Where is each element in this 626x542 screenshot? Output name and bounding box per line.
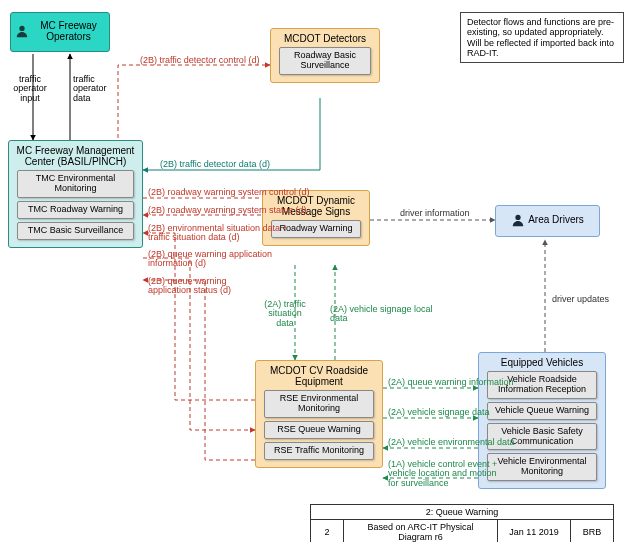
note-text: Detector flows and functions are pre-exi… <box>467 17 614 58</box>
footer-by: BRB <box>571 520 614 543</box>
lbl-det-ctrl: (2B) traffic detector control (d) <box>140 56 259 65</box>
node-center: MC Freeway Management Center (BASIL/PINC… <box>8 140 143 248</box>
lbl-drv-info: driver information <box>400 209 470 218</box>
center-sub-1: TMC Roadway Warning <box>17 201 134 219</box>
lbl-env-sit: (2B) environmental situation data + traf… <box>148 224 308 243</box>
node-vehicles-title: Equipped Vehicles <box>483 357 601 368</box>
footer-num: 2 <box>311 520 344 543</box>
svg-point-10 <box>19 26 24 31</box>
footer-date: Jan 11 2019 <box>498 520 571 543</box>
center-sub-2: TMC Basic Surveillance <box>17 222 134 240</box>
footer-table: 2: Queue Warning 2 Based on ARC-IT Physi… <box>310 504 614 542</box>
lbl-tsd: (2A) traffic situation data <box>260 300 310 328</box>
lbl-sig-data: (2A) vehicle signage data <box>388 408 490 417</box>
footer-basis: Based on ARC-IT Physical Diagram r6 <box>344 520 498 543</box>
node-detectors-title: MCDOT Detectors <box>275 33 375 44</box>
lbl-sig-local: (2A) vehicle signage local data <box>330 305 450 324</box>
note-box: Detector flows and functions are pre-exi… <box>460 12 624 63</box>
user-icon <box>15 24 29 40</box>
lbl-det-data: (2B) traffic detector data (d) <box>160 160 270 169</box>
node-detectors: MCDOT Detectors Roadway Basic Surveillan… <box>270 28 380 83</box>
rse-sub-0: RSE Environmental Monitoring <box>264 390 374 418</box>
node-operators: MC Freeway Operators <box>10 12 110 52</box>
lbl-q-info: (2B) queue warning application informati… <box>148 250 298 269</box>
lbl-env-data: (2A) vehicle environmental data <box>388 438 515 447</box>
user-icon-2 <box>511 213 525 229</box>
node-operators-title: MC Freeway Operators <box>32 20 105 42</box>
rse-sub-1: RSE Queue Warning <box>264 421 374 439</box>
rse-sub-2: RSE Traffic Monitoring <box>264 442 374 460</box>
lbl-v-ctrl: (1A) vehicle control event + vehicle loc… <box>388 460 498 488</box>
lbl-rw-stat: (2B) roadway warning system status (d) <box>148 206 307 215</box>
detectors-sub-0: Roadway Basic Surveillance <box>279 47 371 75</box>
node-drivers: Area Drivers <box>495 205 600 237</box>
svg-point-11 <box>516 215 521 220</box>
center-sub-0: TMC Environmental Monitoring <box>17 170 134 198</box>
vehicles-sub-1: Vehicle Queue Warning <box>487 402 597 420</box>
node-rse: MCDOT CV Roadside Equipment RSE Environm… <box>255 360 383 468</box>
node-drivers-title: Area Drivers <box>528 214 584 225</box>
node-center-title: MC Freeway Management Center (BASIL/PINC… <box>13 145 138 167</box>
lbl-op-in: traffic operator input <box>10 75 50 103</box>
vehicles-sub-3: Vehicle Environmental Monitoring <box>487 453 597 481</box>
footer-header: 2: Queue Warning <box>311 505 614 520</box>
node-rse-title: MCDOT CV Roadside Equipment <box>260 365 378 387</box>
lbl-q-warn: (2A) queue warning information <box>388 378 514 387</box>
lbl-q-stat: (2B) queue warning application status (d… <box>148 277 268 296</box>
lbl-drv-upd: driver updates <box>552 295 609 304</box>
lbl-rw-ctrl: (2B) roadway warning system control (d) <box>148 188 310 197</box>
lbl-op-out: traffic operator data <box>73 75 121 103</box>
